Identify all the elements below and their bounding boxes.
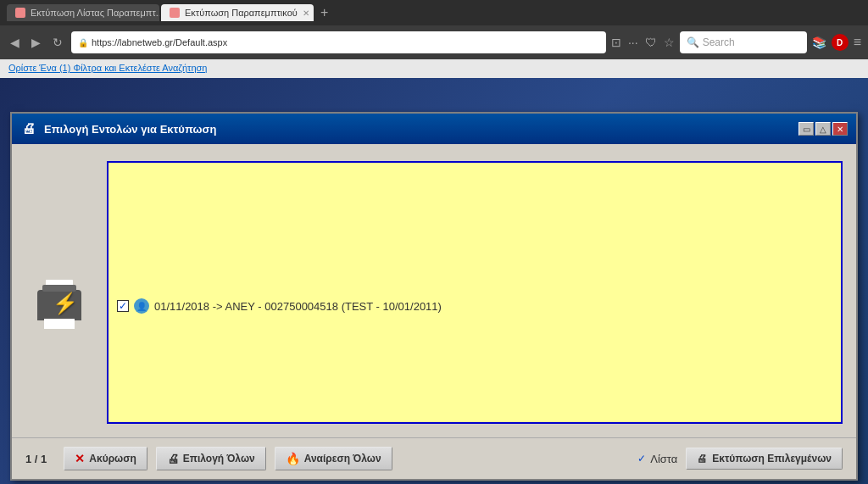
extension-icon[interactable]: D (832, 34, 849, 51)
dialog: 🖨 Επιλογή Εντολών για Εκτύπωση ▭ △ ✕ (10, 112, 858, 481)
tab-label-2: Εκτύπωση Παραπεμπτικού (185, 8, 298, 18)
cancel-icon: ✕ (75, 452, 85, 465)
deselect-all-button[interactable]: 🔥 Αναίρεση Όλων (275, 447, 392, 470)
dialog-title-icon: 🖨 (20, 120, 37, 137)
printer-output (44, 319, 75, 329)
close-button[interactable]: ✕ (832, 122, 848, 136)
record-date: 01/11/2018 (154, 300, 209, 313)
lista-checkmark: ✓ (637, 453, 646, 465)
cancel-label: Ακύρωση (89, 453, 136, 465)
record-checkbox[interactable]: ✓ (117, 300, 129, 312)
search-placeholder: Search (703, 36, 735, 48)
lock-icon: 🔒 (78, 38, 88, 47)
tab-icon-2 (170, 8, 180, 18)
dialog-footer: 1 / 1 ✕ Ακύρωση 🖨 Επιλογή Όλων 🔥 Αναίρεσ… (12, 437, 856, 479)
lightning-icon: ⚡ (53, 292, 78, 315)
page-indicator: 1 / 1 (25, 453, 47, 465)
maximize-button[interactable]: △ (815, 122, 831, 136)
hamburger-menu[interactable]: ≡ (854, 35, 861, 50)
tab-icon-1 (15, 8, 25, 18)
record-extra-val: (TEST - 10/01/2011) (342, 300, 442, 313)
person-icon: 👤 (134, 298, 149, 314)
tab-label-1: Εκτύπωση Λίστας Παραπεμπτ... (31, 8, 159, 18)
shield-icon[interactable]: 🛡 (645, 36, 657, 49)
new-tab-button[interactable]: + (315, 5, 333, 20)
print-icon-area: ⚡ (25, 161, 93, 331)
dialog-titlebar: 🖨 Επιλογή Εντολών για Εκτύπωση ▭ △ ✕ (12, 114, 856, 144)
check-mark: ✓ (119, 300, 127, 312)
select-all-button[interactable]: 🖨 Επιλογή Όλων (156, 447, 266, 470)
cancel-button[interactable]: ✕ Ακύρωση (64, 447, 147, 470)
bookmarks-icon[interactable]: 📚 (812, 36, 826, 49)
content-area: ✓ 👤 01/11/2018 -> ANEY - 002750004518 ( (107, 161, 843, 424)
record-text: 01/11/2018 -> ANEY - 002750004518 (TEST … (154, 300, 442, 313)
minimize-button[interactable]: ▭ (798, 122, 814, 136)
deselect-all-label: Αναίρεση Όλων (304, 453, 381, 465)
print-selected-button[interactable]: 🖨 Εκτύπωση Επιλεγμένων (686, 448, 843, 470)
filter-bar[interactable]: Ορίστε Ένα (1) Φίλτρα και Εκτελέστε Αναζ… (0, 59, 868, 78)
yellow-box: ✓ 👤 01/11/2018 -> ANEY - 002750004518 ( (107, 161, 843, 424)
back-button[interactable]: ◀ (7, 32, 23, 53)
search-icon: 🔍 (687, 36, 699, 48)
tab-bar: Εκτύπωση Λίστας Παραπεμπτ... ✕ Εκτύπωση … (0, 0, 868, 25)
dialog-overlay: 🖨 Επιλογή Εντολών για Εκτύπωση ▭ △ ✕ (0, 78, 868, 484)
dialog-title-left: 🖨 Επιλογή Εντολών για Εκτύπωση (20, 120, 216, 137)
forward-button[interactable]: ▶ (28, 32, 44, 53)
filter-text: Ορίστε Ένα (1) Φίλτρα και Εκτελέστε Αναζ… (8, 63, 207, 73)
more-icon[interactable]: ··· (628, 36, 638, 49)
record-arrow: -> (213, 300, 225, 313)
tab-print-referral[interactable]: Εκτύπωση Παραπεμπτικού ✕ (161, 4, 314, 21)
record-item[interactable]: ✓ 👤 01/11/2018 -> ANEY - 002750004518 ( (117, 298, 832, 314)
search-bar[interactable]: 🔍 Search (680, 31, 807, 53)
address-bar[interactable]: 🔒 https://labnetweb.gr/Default.aspx (71, 31, 606, 53)
select-all-icon: 🖨 (167, 452, 179, 465)
browser-chrome: Εκτύπωση Λίστας Παραπεμπτ... ✕ Εκτύπωση … (0, 0, 868, 59)
lista-label: Λίστα (650, 453, 677, 465)
dialog-title-controls: ▭ △ ✕ (798, 122, 848, 136)
dialog-body: ⚡ ✓ 👤 01/11/2 (12, 144, 856, 437)
select-all-label: Επιλογή Όλων (183, 453, 255, 465)
dialog-title-text: Επιλογή Εντολών για Εκτύπωση (44, 123, 216, 136)
page-background: Ορίστε Ένα (1) Φίλτρα και Εκτελέστε Αναζ… (0, 59, 868, 484)
person-glyph: 👤 (136, 302, 147, 311)
extensions-area: 📚 D ≡ (812, 34, 861, 51)
print-selected-icon: 🖨 (697, 453, 707, 465)
lista-check[interactable]: ✓ Λίστα (637, 453, 677, 465)
star-icon[interactable]: ☆ (664, 36, 675, 49)
address-text: https://labnetweb.gr/Default.aspx (92, 37, 227, 47)
print-selected-label: Εκτύπωση Επιλεγμένων (712, 453, 832, 465)
printer-tray (42, 285, 76, 292)
tab-print-list[interactable]: Εκτύπωση Λίστας Παραπεμπτ... ✕ (7, 4, 159, 21)
tab-close-2[interactable]: ✕ (303, 8, 309, 18)
nav-bar: ◀ ▶ ↻ 🔒 https://labnetweb.gr/Default.asp… (0, 25, 868, 59)
print-icon: ⚡ (34, 280, 85, 331)
record-code: ANEY - 002750004518 (225, 300, 338, 313)
bookmark-icon[interactable]: ⊡ (611, 36, 621, 49)
refresh-button[interactable]: ↻ (49, 32, 66, 53)
nav-icons: ⊡ ··· 🛡 ☆ (611, 36, 675, 49)
deselect-all-icon: 🔥 (286, 452, 300, 465)
